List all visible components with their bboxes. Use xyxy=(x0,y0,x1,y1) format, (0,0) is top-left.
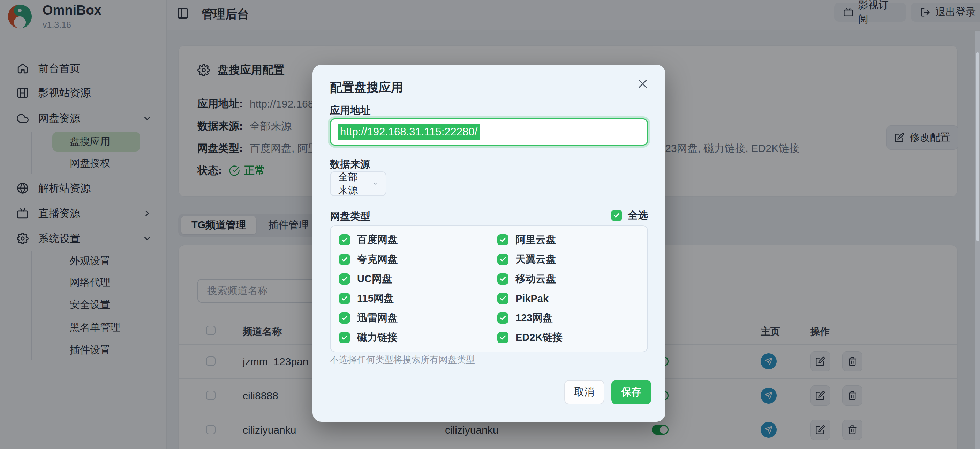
selected-input-text: http://192.168.31.115:22280/ xyxy=(338,124,479,141)
checkbox-checked-icon xyxy=(497,313,509,324)
checkbox-checked-icon xyxy=(497,332,509,343)
type-checkbox-ed2k[interactable]: ED2K链接 xyxy=(489,329,647,347)
select-all-types-checkbox[interactable]: 全选 xyxy=(611,208,648,222)
type-checkbox-yidong[interactable]: 移动云盘 xyxy=(489,270,647,288)
checkbox-checked-icon xyxy=(497,293,509,304)
modal-title: 配置盘搜应用 xyxy=(330,79,403,96)
type-checkbox-123[interactable]: 123网盘 xyxy=(489,309,647,327)
cancel-label: 取消 xyxy=(574,385,595,399)
checkbox-checked-icon xyxy=(339,273,350,284)
type-checkbox-baidu[interactable]: 百度网盘 xyxy=(331,231,489,249)
type-label: 夸克网盘 xyxy=(357,252,398,267)
app-address-input[interactable]: http://192.168.31.115:22280/ xyxy=(330,118,648,145)
type-checkbox-pikpak[interactable]: PikPak xyxy=(489,289,647,308)
type-label: 123网盘 xyxy=(515,311,552,325)
checkbox-checked-icon xyxy=(611,210,622,221)
checkbox-checked-icon xyxy=(339,293,350,304)
type-label: ED2K链接 xyxy=(515,331,563,345)
type-label: 磁力链接 xyxy=(357,331,398,345)
type-checkbox-115[interactable]: 115网盘 xyxy=(331,289,489,308)
configure-pansou-modal: 配置盘搜应用 应用地址 http://192.168.31.115:22280/… xyxy=(312,65,665,422)
type-label: 阿里云盘 xyxy=(515,233,556,247)
type-checkbox-magnet[interactable]: 磁力链接 xyxy=(331,329,489,347)
checkbox-checked-icon xyxy=(497,254,509,265)
type-label: 移动云盘 xyxy=(515,272,556,286)
close-icon[interactable] xyxy=(637,78,649,90)
chevron-down-icon xyxy=(372,179,378,188)
selected-source-value: 全部来源 xyxy=(338,170,366,197)
checkbox-checked-icon xyxy=(339,313,350,324)
type-label: UC网盘 xyxy=(357,272,392,286)
save-button[interactable]: 保存 xyxy=(611,380,651,404)
type-label: 天翼云盘 xyxy=(515,252,556,267)
checkbox-checked-icon xyxy=(497,234,509,246)
scrollbar-thumb[interactable] xyxy=(976,53,979,241)
checkbox-checked-icon xyxy=(339,254,350,265)
checkbox-checked-icon xyxy=(497,273,509,284)
select-all-label: 全选 xyxy=(628,208,648,222)
checkbox-checked-icon xyxy=(339,332,350,343)
type-checkbox-xunlei[interactable]: 迅雷网盘 xyxy=(331,309,489,327)
type-checkbox-aliyun[interactable]: 阿里云盘 xyxy=(489,231,647,249)
type-checkbox-tianyi[interactable]: 天翼云盘 xyxy=(489,250,647,268)
type-checkbox-uc[interactable]: UC网盘 xyxy=(331,270,489,288)
type-label: PikPak xyxy=(515,293,549,304)
modal-hint-text: 不选择任何类型将搜索所有网盘类型 xyxy=(330,354,475,366)
type-checkbox-quark[interactable]: 夸克网盘 xyxy=(331,250,489,268)
types-label: 网盘类型 xyxy=(330,209,371,224)
source-label: 数据来源 xyxy=(330,157,371,171)
type-label: 百度网盘 xyxy=(357,233,398,247)
checkbox-checked-icon xyxy=(339,234,350,246)
netdisk-types-panel: 百度网盘 阿里云盘 夸克网盘 天翼云盘 UC网盘 移动云盘 115网盘 PikP… xyxy=(330,225,648,352)
address-label: 应用地址 xyxy=(330,104,371,118)
data-source-select[interactable]: 全部来源 xyxy=(330,171,387,196)
cancel-button[interactable]: 取消 xyxy=(564,380,605,404)
type-label: 迅雷网盘 xyxy=(357,311,398,325)
save-label: 保存 xyxy=(621,385,641,399)
type-label: 115网盘 xyxy=(357,292,394,305)
